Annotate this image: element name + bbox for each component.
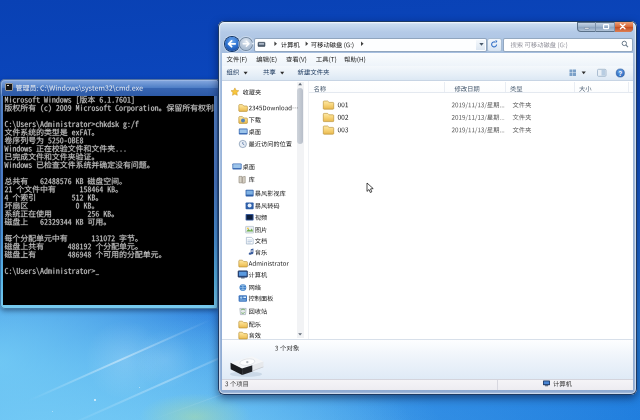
- svg-text:?: ?: [618, 70, 622, 77]
